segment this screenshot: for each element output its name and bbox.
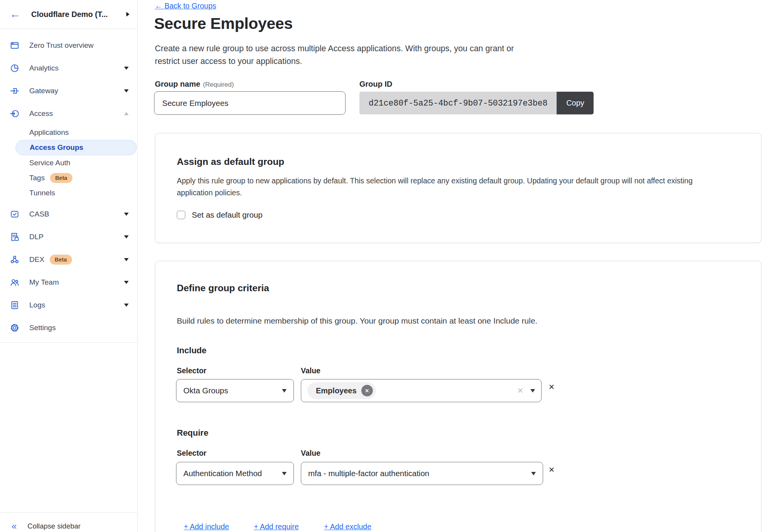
chevron-down-icon[interactable] xyxy=(124,67,129,70)
set-default-checkbox[interactable] xyxy=(177,211,185,219)
sidebar-item-label: Zero Trust overview xyxy=(29,41,129,50)
add-require-link[interactable]: + Add require xyxy=(254,522,299,531)
gear-icon xyxy=(10,323,20,333)
group-id-label: Group ID xyxy=(359,80,393,89)
zero-trust-dashboard: ← Cloudflare Demo (T... Zero Trust overv… xyxy=(0,0,770,532)
sidebar-item-tags[interactable]: Tags Beta xyxy=(0,170,137,185)
required-hint: (Required) xyxy=(203,81,234,88)
sidebar-item-gateway[interactable]: Gateway xyxy=(0,79,137,102)
sidebar-item-label: DEXBeta xyxy=(29,255,124,265)
back-to-groups-link[interactable]: ← Back to Groups xyxy=(155,2,216,10)
criteria-card: Define group criteria Build rules to det… xyxy=(155,261,762,532)
chevron-down-icon[interactable] xyxy=(124,258,129,261)
collapse-chevrons-icon: « xyxy=(12,522,17,531)
card-description: Apply this rule group to new application… xyxy=(177,175,721,199)
employees-tag: Employees ✕ xyxy=(307,382,376,399)
sidebar-item-settings[interactable]: Settings xyxy=(0,316,137,339)
gateway-icon xyxy=(10,86,20,96)
include-heading: Include xyxy=(177,346,206,356)
back-arrow-icon[interactable]: ← xyxy=(10,9,20,20)
account-name[interactable]: Cloudflare Demo (T... xyxy=(31,10,126,19)
sidebar-item-label: Settings xyxy=(29,324,129,332)
sidebar-item-dlp[interactable]: DLP xyxy=(0,225,137,248)
chevron-down-icon[interactable] xyxy=(124,281,129,284)
sidebar-item-logs[interactable]: Logs xyxy=(0,294,137,316)
sidebar-item-zero-trust-overview[interactable]: Zero Trust overview xyxy=(0,34,137,57)
sidebar-subitem-label: Applications xyxy=(29,128,69,137)
remove-tag-icon[interactable]: ✕ xyxy=(361,385,373,396)
chevron-down-icon xyxy=(282,389,287,393)
sidebar-item-label: My Team xyxy=(29,278,124,287)
beta-badge: Beta xyxy=(50,173,72,183)
sidebar-item-label: Gateway xyxy=(29,87,124,95)
sidebar-divider xyxy=(0,342,137,343)
sidebar-subitem-label: Access Groups xyxy=(30,143,83,152)
chevron-down-icon[interactable] xyxy=(124,89,129,92)
sidebar-subitem-label: Tunnels xyxy=(29,189,55,197)
chevron-down-icon xyxy=(531,472,536,475)
remove-require-row-icon[interactable]: ✕ xyxy=(549,465,555,474)
require-selector-value: Authentication Method xyxy=(183,469,262,478)
group-name-input[interactable] xyxy=(154,91,346,115)
sidebar-item-analytics[interactable]: Analytics xyxy=(0,57,137,79)
sidebar-item-access-groups[interactable]: Access Groups xyxy=(15,140,137,155)
sidebar-item-service-auth[interactable]: Service Auth xyxy=(0,155,137,170)
copy-button[interactable]: Copy xyxy=(557,92,594,114)
page-title: Secure Employees xyxy=(154,15,293,33)
sidebar-item-label: Logs xyxy=(29,301,124,309)
add-include-link[interactable]: + Add include xyxy=(184,522,229,531)
sidebar-item-label: CASB xyxy=(29,210,124,218)
team-people-icon xyxy=(10,277,20,287)
chevron-down-icon[interactable] xyxy=(124,235,129,238)
include-selector-label: Selector xyxy=(177,366,206,375)
sidebar: ← Cloudflare Demo (T... Zero Trust overv… xyxy=(0,0,138,532)
remove-include-row-icon[interactable]: ✕ xyxy=(549,383,555,391)
sidebar-item-applications[interactable]: Applications xyxy=(0,125,137,140)
card-title: Assign as default group xyxy=(177,156,284,167)
sidebar-item-my-team[interactable]: My Team xyxy=(0,271,137,294)
chevron-down-icon[interactable] xyxy=(124,304,129,307)
access-login-icon xyxy=(10,109,20,119)
collapse-sidebar-button[interactable]: « Collapse sidebar xyxy=(0,512,137,532)
sidebar-subitem-label: Tags xyxy=(29,174,45,182)
chevron-down-icon xyxy=(530,389,535,393)
include-value-label: Value xyxy=(301,366,320,375)
require-value-dropdown[interactable]: mfa - multiple-factor authentication xyxy=(301,462,543,485)
chevron-up-icon[interactable] xyxy=(124,112,129,115)
card-title: Define group criteria xyxy=(177,283,269,294)
clear-value-icon[interactable]: ✕ xyxy=(517,386,523,395)
chevron-down-icon[interactable] xyxy=(124,213,129,216)
collapse-sidebar-label: Collapse sidebar xyxy=(27,522,81,530)
set-default-row: Set as default group xyxy=(177,210,263,220)
overview-window-icon xyxy=(10,40,20,50)
set-default-label: Set as default group xyxy=(192,210,263,220)
sidebar-item-tunnels[interactable]: Tunnels xyxy=(0,185,137,200)
sidebar-item-access[interactable]: Access xyxy=(0,102,137,125)
tag-label: Employees xyxy=(316,386,357,395)
chevron-down-icon xyxy=(282,472,287,475)
dlp-document-lock-icon xyxy=(10,232,20,242)
beta-badge: Beta xyxy=(50,255,72,265)
require-heading: Require xyxy=(177,428,208,438)
sidebar-item-label: Analytics xyxy=(29,64,124,72)
add-exclude-link[interactable]: + Add exclude xyxy=(324,522,371,531)
sidebar-item-casb[interactable]: CASB xyxy=(0,203,137,225)
include-selector-value: Okta Groups xyxy=(183,386,228,395)
require-selector-dropdown[interactable]: Authentication Method xyxy=(176,462,294,485)
expand-account-icon[interactable] xyxy=(126,12,129,17)
sidebar-nav: Zero Trust overview Analytics Gateway xyxy=(0,29,137,343)
include-value-multiselect[interactable]: Employees ✕ ✕ xyxy=(301,379,542,402)
card-description: Build rules to determine membership of t… xyxy=(177,316,537,326)
include-selector-dropdown[interactable]: Okta Groups xyxy=(176,379,294,402)
analytics-pie-icon xyxy=(10,63,20,73)
casb-check-icon xyxy=(10,209,20,219)
default-group-card: Assign as default group Apply this rule … xyxy=(155,133,762,243)
sidebar-header: ← Cloudflare Demo (T... xyxy=(0,0,137,29)
sidebar-item-label: Access xyxy=(29,109,124,118)
sidebar-item-dex[interactable]: DEXBeta xyxy=(0,248,137,271)
page-description: Create a new rule group to use across mu… xyxy=(155,42,521,68)
dex-network-icon xyxy=(10,255,20,265)
require-selector-label: Selector xyxy=(177,449,206,458)
require-value-label: Value xyxy=(301,449,320,458)
sidebar-subitem-label: Service Auth xyxy=(29,159,70,167)
